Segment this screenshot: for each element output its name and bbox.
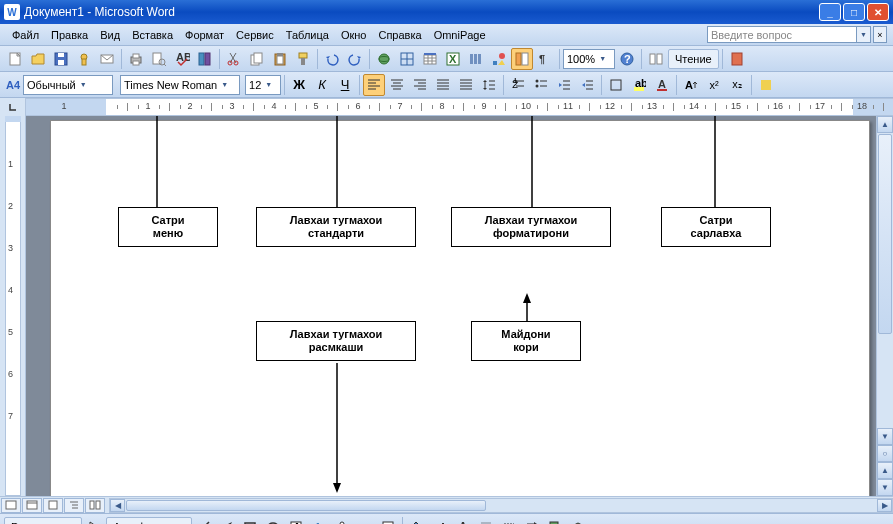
print-layout-view-button[interactable] — [43, 498, 63, 513]
select-objects-button[interactable] — [83, 516, 105, 525]
arrow-style-button[interactable] — [521, 516, 543, 525]
new-doc-button[interactable] — [4, 48, 26, 70]
omnipage-button[interactable] — [726, 48, 748, 70]
shadow-button[interactable] — [544, 516, 566, 525]
oval-button[interactable] — [262, 516, 284, 525]
drawing-button[interactable] — [488, 48, 510, 70]
line-style-button[interactable] — [475, 516, 497, 525]
tables-borders-button[interactable] — [396, 48, 418, 70]
wordart-button[interactable]: A — [308, 516, 330, 525]
borders-button[interactable] — [605, 74, 627, 96]
font-color-draw-button[interactable]: A — [452, 516, 474, 525]
normal-view-button[interactable] — [1, 498, 21, 513]
outline-view-button[interactable] — [64, 498, 84, 513]
horizontal-ruler[interactable]: 112345678910111213141516171819 — [26, 98, 893, 116]
cut-button[interactable] — [223, 48, 245, 70]
scroll-down-button[interactable]: ▼ — [877, 428, 893, 445]
ask-question-input[interactable]: Введите вопрос — [707, 26, 857, 43]
browse-object-button[interactable]: ○ — [877, 445, 893, 462]
style-combo[interactable]: Обычный▼ — [23, 75, 113, 95]
hyperlink-button[interactable] — [373, 48, 395, 70]
help-button[interactable]: ? — [616, 48, 638, 70]
ask-question-dropdown[interactable]: ▼ — [857, 26, 871, 43]
page[interactable]: Сатрименю Лавхаи тугмахоистандарти Лавха… — [50, 120, 870, 496]
print-preview-button[interactable] — [148, 48, 170, 70]
tab-selector[interactable] — [0, 98, 26, 116]
decrease-indent-button[interactable] — [553, 74, 575, 96]
increase-indent-button[interactable] — [576, 74, 598, 96]
diagram-button[interactable] — [331, 516, 353, 525]
italic-button[interactable]: К — [311, 74, 333, 96]
close-button[interactable]: ✕ — [867, 3, 889, 21]
bullets-button[interactable] — [530, 74, 552, 96]
read-mode-icon[interactable] — [645, 48, 667, 70]
distributed-button[interactable] — [455, 74, 477, 96]
document-map-button[interactable] — [511, 48, 533, 70]
line-color-button[interactable] — [429, 516, 451, 525]
insert-table-button[interactable] — [419, 48, 441, 70]
scroll-thumb-v[interactable] — [878, 134, 892, 334]
columns-button[interactable] — [465, 48, 487, 70]
undo-button[interactable] — [321, 48, 343, 70]
menu-window[interactable]: Окно — [335, 27, 373, 43]
font-size-combo[interactable]: 12▼ — [245, 75, 281, 95]
read-mode-button[interactable]: Чтение — [668, 49, 719, 69]
scroll-up-button[interactable]: ▲ — [877, 116, 893, 133]
drawing-menu-button[interactable]: Рисование ▼ — [4, 517, 82, 525]
menu-file[interactable]: Файл — [6, 27, 45, 43]
maximize-button[interactable]: □ — [843, 3, 865, 21]
menu-tools[interactable]: Сервис — [230, 27, 280, 43]
dash-style-button[interactable] — [498, 516, 520, 525]
menu-help[interactable]: Справка — [372, 27, 427, 43]
highlight-button[interactable]: ab — [628, 74, 650, 96]
scroll-thumb-h[interactable] — [126, 500, 486, 511]
scroll-right-button[interactable]: ▶ — [877, 499, 892, 512]
line-spacing-button[interactable] — [478, 74, 500, 96]
prev-page-button[interactable]: ▲ — [877, 462, 893, 479]
vertical-ruler[interactable]: 1234567 — [0, 116, 26, 496]
open-button[interactable] — [27, 48, 49, 70]
char-scaling-button[interactable]: A — [680, 74, 702, 96]
menu-insert[interactable]: Вставка — [126, 27, 179, 43]
redo-button[interactable] — [344, 48, 366, 70]
textbox-button[interactable]: A — [285, 516, 307, 525]
arrow-button[interactable] — [216, 516, 238, 525]
autoshapes-button[interactable]: Автофигуры ▼ — [106, 517, 192, 525]
print-button[interactable] — [125, 48, 147, 70]
spell-check-button[interactable]: ABC — [171, 48, 193, 70]
close-pane-button[interactable]: × — [873, 26, 887, 43]
underline-button[interactable]: Ч — [334, 74, 356, 96]
subscript-button[interactable]: x₂ — [726, 74, 748, 96]
align-left-button[interactable] — [363, 74, 385, 96]
menu-format[interactable]: Формат — [179, 27, 230, 43]
email-button[interactable] — [96, 48, 118, 70]
copy-button[interactable] — [246, 48, 268, 70]
format-painter-button[interactable] — [292, 48, 314, 70]
paste-button[interactable] — [269, 48, 291, 70]
next-page-button[interactable]: ▼ — [877, 479, 893, 496]
clipart-button[interactable] — [354, 516, 376, 525]
align-center-button[interactable] — [386, 74, 408, 96]
char-shading-button[interactable] — [755, 74, 777, 96]
scroll-left-button[interactable]: ◀ — [110, 499, 125, 512]
minimize-button[interactable]: _ — [819, 3, 841, 21]
menu-edit[interactable]: Правка — [45, 27, 94, 43]
superscript-button[interactable]: x² — [703, 74, 725, 96]
font-combo[interactable]: Times New Roman▼ — [120, 75, 240, 95]
vertical-scrollbar[interactable]: ▲ ▼ ○ ▲ ▼ — [876, 116, 893, 496]
show-formatting-button[interactable]: ¶ — [534, 48, 556, 70]
zoom-combo[interactable]: 100%▼ — [563, 49, 615, 69]
fill-color-button[interactable] — [406, 516, 428, 525]
document-area[interactable]: Сатрименю Лавхаи тугмахоистандарти Лавха… — [26, 116, 893, 496]
permission-button[interactable] — [73, 48, 95, 70]
insert-picture-button[interactable] — [377, 516, 399, 525]
align-right-button[interactable] — [409, 74, 431, 96]
insert-excel-button[interactable]: X — [442, 48, 464, 70]
reading-view-button[interactable] — [85, 498, 105, 513]
save-button[interactable] — [50, 48, 72, 70]
menu-table[interactable]: Таблица — [280, 27, 335, 43]
menu-omnipage[interactable]: OmniPage — [428, 27, 492, 43]
horizontal-scrollbar[interactable]: ◀ ▶ — [109, 498, 893, 513]
bold-button[interactable]: Ж — [288, 74, 310, 96]
numbering-button[interactable]: 12 — [507, 74, 529, 96]
